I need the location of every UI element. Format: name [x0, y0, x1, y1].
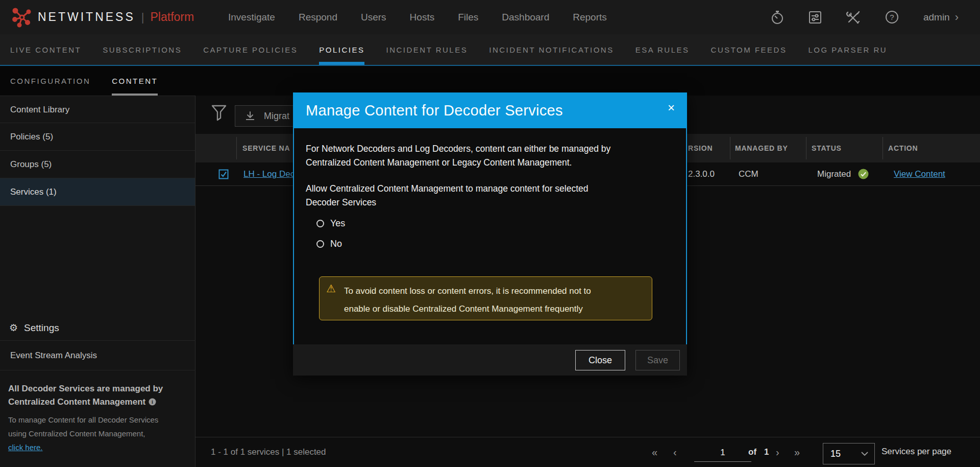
per-page-label: Services per page: [881, 447, 951, 457]
tab-policies[interactable]: POLICIES: [319, 34, 364, 65]
col-action[interactable]: ACTION: [888, 134, 918, 162]
gear-icon: ⚙: [9, 322, 18, 334]
cell-service-name: LH - Log Dec: [243, 162, 295, 186]
nav-dashboard[interactable]: Dashboard: [502, 12, 549, 23]
radio-no-label: No: [330, 239, 342, 249]
user-name: admin: [923, 12, 950, 23]
prev-page-button[interactable]: ‹: [673, 437, 677, 467]
status-success-icon: [858, 169, 869, 181]
radio-circle-icon: [316, 240, 324, 248]
pagination-bar: 1 - 1 of 1 services | 1 selected « ‹ 1 o…: [195, 437, 980, 467]
sidebar-item-label: Services (1): [10, 187, 57, 197]
page-size-select[interactable]: 15: [823, 443, 875, 464]
warning-icon: ⚠: [326, 283, 336, 295]
col-status[interactable]: STATUS: [812, 134, 842, 162]
chevron-right-icon: ›: [955, 11, 959, 24]
pagination-summary: 1 - 1 of 1 services | 1 selected: [211, 447, 326, 457]
last-page-button[interactable]: »: [794, 437, 800, 467]
click-here-link[interactable]: click here.: [8, 443, 43, 452]
nav-files[interactable]: Files: [458, 12, 478, 23]
dialog-paragraph-2: Allow Centralized Content Management to …: [306, 182, 589, 209]
admin-tab-bar: LIVE CONTENT SUBSCRIPTIONS CAPTURE POLIC…: [0, 34, 980, 66]
nav-hosts[interactable]: Hosts: [410, 12, 435, 23]
warning-text: To avoid content loss or content errors,…: [344, 282, 591, 318]
info-icon[interactable]: i: [149, 396, 156, 410]
cell-action: View Content: [894, 162, 945, 186]
view-content-link[interactable]: View Content: [894, 169, 945, 179]
col-version[interactable]: RSION: [688, 134, 713, 162]
cell-status: Migrated: [817, 162, 851, 186]
svg-text:i: i: [152, 399, 153, 405]
sidebar-item-event-stream-analysis[interactable]: Event Stream Analysis: [0, 341, 195, 370]
policies-sub-tabs: CONFIGURATION CONTENT: [0, 66, 980, 96]
next-page-button[interactable]: ›: [776, 437, 779, 467]
download-icon: [244, 110, 256, 122]
dialog-title: Manage Content for Decoder Services: [306, 102, 563, 119]
top-icon-group: ? admin ›: [771, 0, 959, 34]
sidebar-note: All Decoder Services are managed by Cent…: [8, 382, 166, 454]
col-service-name[interactable]: SERVICE NA: [242, 134, 290, 162]
of-label: of: [748, 447, 756, 457]
sidebar-item-label: Groups (5): [10, 159, 52, 169]
timer-icon[interactable]: [771, 10, 784, 25]
sidebar-settings[interactable]: ⚙ Settings: [0, 315, 195, 341]
col-managed-by[interactable]: MANAGED BY: [735, 134, 788, 162]
svg-text:?: ?: [890, 13, 894, 21]
nav-users[interactable]: Users: [361, 12, 386, 23]
subtab-content[interactable]: CONTENT: [112, 66, 158, 96]
primary-nav: Investigate Respond Users Hosts Files Da…: [228, 0, 607, 34]
sidebar-item-content-library[interactable]: Content Library: [0, 96, 195, 123]
tab-subscriptions[interactable]: SUBSCRIPTIONS: [103, 34, 182, 65]
dialog-paragraph-1: For Network Decoders and Log Decoders, c…: [306, 142, 610, 170]
subtab-configuration[interactable]: CONFIGURATION: [10, 66, 90, 96]
user-menu[interactable]: admin ›: [923, 11, 959, 24]
radio-circle-icon: [316, 220, 324, 227]
first-page-button[interactable]: «: [652, 437, 657, 467]
close-icon[interactable]: ×: [668, 102, 675, 114]
sidebar-item-label: Policies (5): [10, 132, 53, 142]
brand: NETWITNESS | Platform: [12, 0, 194, 34]
chevron-down-icon: [861, 452, 868, 456]
total-pages: 1: [764, 447, 769, 457]
sidebar-item-label: Event Stream Analysis: [10, 351, 97, 361]
tab-esa-rules[interactable]: ESA RULES: [635, 34, 690, 65]
save-button[interactable]: Save: [635, 350, 680, 370]
dialog-footer: Close Save: [293, 344, 687, 376]
cell-managed-by: CCM: [739, 162, 758, 186]
manage-content-dialog: Manage Content for Decoder Services × Fo…: [293, 92, 687, 376]
tools-icon[interactable]: [846, 10, 861, 25]
tab-incident-notifications[interactable]: INCIDENT NOTIFICATIONS: [489, 34, 614, 65]
warning-banner: ⚠ To avoid content loss or content error…: [319, 276, 652, 320]
page-number-input[interactable]: 1: [694, 445, 751, 462]
brand-name: NETWITNESS: [38, 10, 135, 24]
service-link[interactable]: LH - Log Dec: [243, 169, 295, 179]
top-bar: NETWITNESS | Platform Investigate Respon…: [0, 0, 980, 34]
sidebar-item-groups[interactable]: Groups (5): [0, 151, 195, 178]
app-window: NETWITNESS | Platform Investigate Respon…: [0, 0, 980, 467]
nav-investigate[interactable]: Investigate: [228, 12, 275, 23]
sidebar-item-policies[interactable]: Policies (5): [0, 123, 195, 151]
netwitness-logo-icon: [12, 7, 32, 28]
tab-live-content[interactable]: LIVE CONTENT: [10, 34, 81, 65]
sidebar-item-label: Content Library: [10, 105, 69, 114]
tab-log-parser-rules[interactable]: LOG PARSER RU: [808, 34, 887, 65]
page-size-value: 15: [830, 449, 841, 459]
sidebar-item-services[interactable]: Services (1): [0, 178, 195, 206]
dialog-header: Manage Content for Decoder Services ×: [293, 92, 687, 128]
nav-respond[interactable]: Respond: [299, 12, 337, 23]
brand-separator: |: [141, 11, 144, 24]
tab-custom-feeds[interactable]: CUSTOM FEEDS: [711, 34, 787, 65]
filter-icon[interactable]: [211, 104, 227, 124]
close-button[interactable]: Close: [575, 350, 625, 370]
cell-version: 2.3.0.0: [688, 162, 715, 186]
radio-yes[interactable]: Yes: [316, 218, 345, 229]
nav-reports[interactable]: Reports: [573, 12, 607, 23]
help-icon[interactable]: ?: [885, 10, 899, 24]
live-services-icon[interactable]: [808, 11, 822, 24]
radio-no[interactable]: No: [316, 239, 342, 249]
note-title: All Decoder Services are managed by Cent…: [8, 382, 166, 410]
row-checkbox[interactable]: [218, 169, 229, 181]
tab-capture-policies[interactable]: CAPTURE POLICIES: [203, 34, 298, 65]
note-body: To manage Content for all Decoder Servic…: [8, 413, 166, 454]
tab-incident-rules[interactable]: INCIDENT RULES: [386, 34, 468, 65]
